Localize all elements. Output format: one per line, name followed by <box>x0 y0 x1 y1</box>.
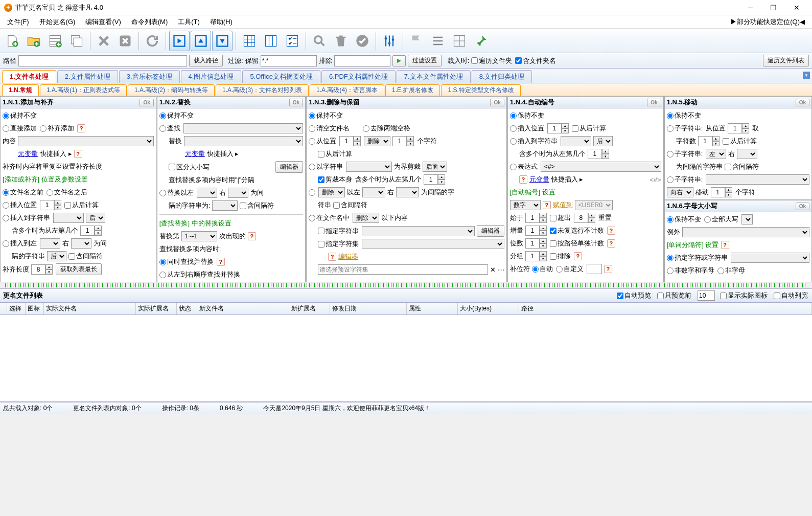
grid-small-icon[interactable] <box>449 31 470 51</box>
panel1-ok[interactable]: Ok <box>140 99 153 106</box>
filter-exclude-input[interactable] <box>334 55 390 66</box>
p3-speccharset-check[interactable]: 指定字符集 <box>318 239 359 249</box>
p4-exclude-check[interactable]: 排除 <box>550 252 571 261</box>
help-icon[interactable]: ? <box>77 124 85 132</box>
delete-box-icon[interactable] <box>115 31 135 51</box>
p1-quick-insert[interactable]: 快捷插入 ▸ <box>40 149 72 159</box>
filter-settings-button[interactable]: 过滤设置 <box>408 55 442 66</box>
include-folder-names-check[interactable]: 含文件夹名 <box>515 56 556 65</box>
p4-insertstr-combo[interactable] <box>561 136 591 146</box>
tab-filename[interactable]: 1.文件名处理 <box>2 70 56 83</box>
p6-nonletter-radio[interactable]: 非字母 <box>717 266 745 275</box>
traverse-folders-check[interactable]: 遍历文件夹 <box>471 56 512 65</box>
p5-substr3-combo[interactable] <box>706 174 809 185</box>
p3-infilename-radio[interactable]: 在文件名中 <box>309 213 350 222</box>
p4-custom-radio[interactable]: 自定义 <box>556 264 584 274</box>
panel6-ok[interactable]: Ok <box>796 203 809 210</box>
table-columns-icon[interactable] <box>261 31 281 51</box>
p5-fromend-check[interactable]: 从后计算 <box>723 137 757 146</box>
p3-bystr-combo[interactable] <box>346 162 392 172</box>
p1-fromend-check[interactable]: 从后计算 <box>64 200 99 210</box>
panel3-ok[interactable]: Ok <box>490 99 504 106</box>
p4-exceed-check[interactable]: 超出 <box>550 213 571 222</box>
p4-fromend-check[interactable]: 从后计算 <box>572 124 606 133</box>
subtab-ext[interactable]: 1.E.扩展名修改 <box>385 84 440 96</box>
tab-office[interactable]: 5.Office文档摘要处理 <box>242 70 320 83</box>
flag-icon[interactable] <box>406 31 427 51</box>
p1-after-combo[interactable]: 后 <box>86 213 105 223</box>
p6-spec-radio[interactable]: 指定字符或字符串 <box>667 253 728 262</box>
th-size[interactable]: 大小(Bytes) <box>458 303 519 315</box>
p2-case-check[interactable]: 区分大小写 <box>169 163 210 172</box>
apply-filter-icon[interactable] <box>392 55 406 66</box>
p3-multi-spinner[interactable]: ▲▼ <box>424 174 446 185</box>
list-copy-icon[interactable] <box>66 31 87 51</box>
load-path-button[interactable]: 载入路径 <box>189 55 223 66</box>
more-icon[interactable]: ⋯ <box>498 266 504 274</box>
subtab-normal[interactable]: 1.N.常规 <box>2 84 39 96</box>
p3-trim-radio[interactable]: 去除两端空格 <box>363 124 410 133</box>
p1-insertpos-spinner[interactable]: ▲▼ <box>40 200 62 210</box>
menu-start-rename[interactable]: 开始更名(G) <box>34 16 81 28</box>
panel4-ok[interactable]: Ok <box>647 99 661 106</box>
p2-quick-insert[interactable]: 快捷插入 ▸ <box>207 149 239 159</box>
p2-ltr-radio[interactable]: 从左到右顺序查找并替换 <box>159 270 240 279</box>
p4-inc-spinner[interactable]: ▲▼ <box>525 226 548 236</box>
p4-multi-spinner[interactable]: ▲▼ <box>588 149 610 159</box>
menu-file[interactable]: 文件(F) <box>2 16 34 28</box>
tab-file-attr[interactable]: 2.文件属性处理 <box>57 70 118 83</box>
p3-l-combo[interactable] <box>362 187 385 197</box>
traverse-file-list-button[interactable]: 遍历文件列表 <box>763 55 809 66</box>
p5-substr1-radio[interactable]: 子字符串: <box>667 124 703 133</box>
p5-count-spinner[interactable]: ▲▼ <box>698 136 721 146</box>
arrow-down-box-icon[interactable] <box>212 31 233 51</box>
subtab-specific[interactable]: 1.S.特定类型文件名修改 <box>441 84 520 96</box>
th-realext[interactable]: 实际扩展名 <box>136 303 177 315</box>
p3-specstr-check[interactable]: 指定字符串 <box>318 227 359 236</box>
p2-keep-radio[interactable]: 保持不变 <box>159 111 194 120</box>
p4-keep-radio[interactable]: 保持不变 <box>510 111 544 120</box>
help-icon[interactable]: ? <box>74 150 82 158</box>
p3-specstr-combo[interactable] <box>362 226 475 236</box>
p4-pos-spinner[interactable]: ▲▼ <box>547 123 570 133</box>
p1-multi-spinner[interactable]: ▲▼ <box>80 226 103 236</box>
p4-insertstr-radio[interactable]: 插入到字符串 <box>510 137 558 146</box>
new-file-icon[interactable] <box>2 31 22 51</box>
tab-text-file[interactable]: 7.文本文件属性处理 <box>397 70 471 83</box>
pin-icon[interactable] <box>471 31 491 51</box>
tab-image-info[interactable]: 4.图片信息处理 <box>181 70 242 83</box>
p4-meta-link[interactable]: 元变量 <box>529 175 549 184</box>
p1-direct-add-radio[interactable]: 直接添加 <box>3 124 37 133</box>
subtab-adv2[interactable]: 1.A.高级(2)：编码与转换等 <box>128 84 215 96</box>
panel2-ok[interactable]: Ok <box>289 99 303 106</box>
menu-quick-locate[interactable]: ▶部分功能快速定位(Q)◀ <box>725 16 810 28</box>
checklist-icon[interactable] <box>282 31 303 51</box>
help-icon[interactable]: ? <box>604 265 612 273</box>
p5-substr2-radio[interactable]: 子字符串: <box>667 149 703 159</box>
p3-keep-radio[interactable]: 保持不变 <box>309 111 343 120</box>
p6-upper-radio[interactable]: 全部大写 <box>704 215 738 224</box>
path-input[interactable] <box>18 55 187 66</box>
help-icon[interactable]: ? <box>607 227 615 235</box>
p1-includesep-check[interactable]: 含间隔符 <box>68 252 103 261</box>
th-icon[interactable]: 图标 <box>26 303 44 315</box>
p3-clear-radio[interactable]: 清空文件名 <box>309 124 350 133</box>
p3-frompos-radio[interactable]: 从位置 <box>309 137 336 146</box>
menu-tools[interactable]: 工具(T) <box>173 16 205 28</box>
help-icon[interactable]: ? <box>248 232 256 240</box>
menu-command-list[interactable]: 命令列表(M) <box>126 16 173 28</box>
p2-meta-link[interactable]: 元变量 <box>185 149 205 159</box>
menu-edit-view[interactable]: 编辑查看(V) <box>80 16 126 28</box>
clear-icon[interactable]: ✕ <box>490 266 496 274</box>
help-icon[interactable]: ? <box>574 252 582 260</box>
p3-r-combo[interactable] <box>396 187 419 197</box>
th-status[interactable]: 状态 <box>177 303 197 315</box>
p6-upper-combo[interactable] <box>741 214 753 225</box>
search-icon[interactable] <box>309 31 330 51</box>
p6-keep-radio[interactable]: 保持不变 <box>667 215 701 224</box>
tab-music-tags[interactable]: 3.音乐标签处理 <box>119 70 180 83</box>
p3-editor-link[interactable]: 编辑器 <box>338 252 358 261</box>
p2-simul-radio[interactable]: 同时查找并替换 <box>159 257 214 266</box>
p4-user-combo[interactable]: <USER0> <box>575 200 613 210</box>
p1-getmax-button[interactable]: 获取列表最长 <box>56 263 102 275</box>
